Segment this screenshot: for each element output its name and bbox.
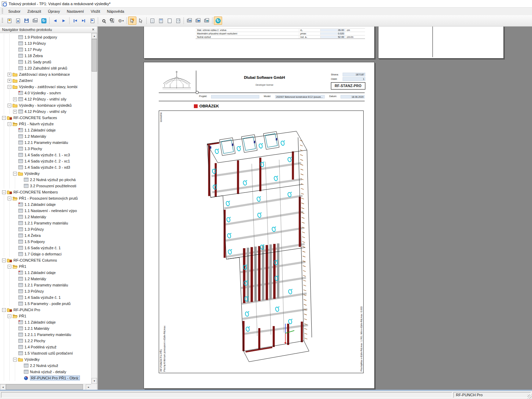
view-continuous-button[interactable] [157, 17, 165, 25]
menu-item-4[interactable]: Vložit [87, 8, 104, 14]
tree-item[interactable]: 1.4 Podélná výztuž [0, 344, 92, 350]
tree-item[interactable]: −PŘ1 [0, 313, 92, 319]
tree-expand-icon[interactable]: + [13, 110, 17, 114]
tree-item[interactable]: 1.4 Sada výztuže č. 3 - xd3 [0, 164, 92, 170]
pointer-mode-button[interactable] [137, 17, 145, 25]
menu-item-5[interactable]: Nápověda [104, 8, 128, 14]
goto-page-button[interactable]: ▶ [88, 17, 96, 25]
open-protocol-button[interactable] [14, 17, 22, 25]
menu-item-2[interactable]: Úpravy [44, 8, 63, 14]
tree-collapse-icon[interactable]: − [2, 259, 6, 262]
tree-item[interactable]: −RF-PUNCH Pro [0, 307, 92, 313]
export-pdf-button[interactable]: ▼ [185, 17, 194, 25]
tree-item[interactable]: 1.17 Pruty [0, 46, 92, 53]
last-page-button[interactable]: ▶ [80, 17, 88, 25]
tree-collapse-icon[interactable]: − [2, 116, 6, 120]
tree-item[interactable]: RF-PUNCH Pro PŘ1 - Obrá: [0, 375, 92, 381]
tree-item[interactable]: −PŘ1 [0, 263, 92, 270]
tree-item[interactable]: 1.1 Základní údaje [0, 127, 92, 133]
view-facing-button[interactable] [165, 17, 174, 25]
tree-item[interactable]: 1.18 Žebra [0, 53, 92, 59]
vertical-scroll-thumb[interactable] [92, 39, 97, 72]
tree-item[interactable]: 1.9 Plošné podpory [0, 34, 92, 40]
tree-item[interactable]: 1.2 Materiály [0, 276, 92, 282]
tree-expand-icon[interactable]: + [8, 79, 11, 83]
menu-item-1[interactable]: Zobrazit [24, 8, 44, 14]
tree-expand-icon[interactable]: + [8, 73, 11, 76]
tree-item[interactable]: Nutná výztuž - detaily [0, 369, 92, 375]
find-in-page-button[interactable] [108, 17, 116, 25]
tree-item[interactable]: −Výsledky [0, 356, 92, 363]
print-button[interactable] [31, 17, 39, 25]
tree-item[interactable]: 1.4 Sada výztuže č. 1 [0, 294, 92, 301]
tree-collapse-icon[interactable]: − [8, 265, 11, 269]
tree-collapse-icon[interactable]: − [13, 172, 17, 176]
tree-item[interactable]: −Výsledky - zatěžovací stavy, kombi [0, 84, 92, 90]
tree-item[interactable]: 1.21 Sady prutů [0, 59, 92, 65]
tree-item[interactable]: 1.3 Plochy [0, 146, 92, 152]
tree-item[interactable]: 1.4 Sada výztuže č. 1 - xc3 [0, 152, 92, 158]
scroll-right-icon[interactable]: ► [86, 384, 92, 390]
tree-collapse-icon[interactable]: − [8, 104, 11, 107]
tree-item[interactable]: +Zatěžovací stavy a kombinace [0, 71, 92, 77]
resize-grip[interactable] [528, 395, 532, 399]
tree-item[interactable]: 1.5 Podpory [0, 239, 92, 245]
tree-collapse-icon[interactable]: − [8, 314, 11, 318]
tree-item[interactable]: 1.3 Průřezy [0, 226, 92, 232]
tree-item[interactable]: −Výsledky - kombinace výsledků [0, 102, 92, 108]
new-protocol-button[interactable] [5, 17, 13, 25]
tree-collapse-icon[interactable]: − [8, 197, 11, 200]
tree-item[interactable]: 1.4 Sada výztuže č. 2 - xc1 [0, 158, 92, 164]
menu-item-0[interactable]: Soubor [5, 8, 24, 14]
select-mode-button[interactable] [128, 17, 136, 25]
next-page-button[interactable]: ▶ [60, 17, 68, 25]
tree-collapse-icon[interactable]: − [2, 190, 6, 194]
tree-item[interactable]: 2.2 Nutná výztuž po plochá [0, 177, 92, 183]
find-button[interactable] [100, 17, 108, 25]
tree-item[interactable]: 1.2 Materiály [0, 133, 92, 139]
navigator-vertical-scrollbar[interactable]: ▲ ▼ [91, 33, 97, 384]
tree-expand-icon[interactable]: + [13, 97, 17, 101]
tree-item[interactable]: 1.4 Žebra [0, 232, 92, 239]
horizontal-scroll-thumb[interactable] [6, 384, 83, 390]
menu-item-3[interactable]: Nastavení [63, 8, 87, 14]
tree-collapse-icon[interactable]: − [13, 358, 17, 361]
tree-item[interactable]: 1.1 Základní údaje [0, 319, 92, 325]
tree-item[interactable]: 1.3 Průřezy [0, 288, 92, 294]
tree-item[interactable]: 1.2.2 Plochy [0, 338, 92, 344]
save-button[interactable] [22, 17, 31, 25]
tree-item[interactable]: +Zatížení [0, 77, 92, 84]
tree-item[interactable]: −RF-CONCRETE Columns [0, 257, 92, 263]
tree-item[interactable]: 1.2.1 Parametry materiálu [0, 139, 92, 146]
refresh-button[interactable]: ↻ [40, 17, 48, 25]
tree-item[interactable]: 1.2.1 Parametry materiálu [0, 220, 92, 226]
tree-item[interactable]: −Výsledky [0, 170, 92, 177]
tree-item[interactable]: +4.12 Průřezy - vnitřní síly [0, 96, 92, 102]
first-page-button[interactable]: ◀ [71, 17, 79, 25]
view-single-page-button[interactable] [148, 17, 156, 25]
tree-item[interactable]: 1.2.1.1 Parametry materiálu [0, 332, 92, 338]
tree-collapse-icon[interactable]: − [2, 308, 6, 312]
tree-item[interactable]: 4.0 Výsledky - souhrn [0, 90, 92, 96]
tree-item[interactable]: 1.7 Údaje o deformaci [0, 251, 92, 257]
send-printer-button[interactable]: ▶ [194, 17, 202, 25]
tree-item[interactable]: 1.1 Základní údaje [0, 270, 92, 276]
tree-item[interactable]: −RF-CONCRETE Members [0, 189, 92, 195]
close-icon[interactable]: × [91, 27, 95, 32]
tree-item[interactable]: 1.6 Sada výztuže č. 1 [0, 245, 92, 251]
tree-item[interactable]: 1.5 Parametry - podle prutů [0, 301, 92, 307]
scroll-down-icon[interactable]: ▼ [92, 378, 97, 384]
tree-item[interactable]: −RF-CONCRETE Surfaces [0, 115, 92, 121]
tree-item[interactable]: 1.2.1 Parametry materiálu [0, 282, 92, 288]
tree-item[interactable]: 1.2 Materiály [0, 214, 92, 220]
display-settings-button[interactable]: ⚙▾ [117, 17, 125, 25]
tree-item[interactable]: +4.12 Průřezy - vnitřní síly [0, 108, 92, 115]
print-preview-area[interactable]: Stat. účinná výška 2. vrstvad₂26.00cmMax… [98, 27, 532, 390]
update-view-button[interactable]: ↻ [214, 17, 222, 25]
tree-item[interactable]: 1.5 Vlastnosti uzlů protlačení [0, 350, 92, 356]
tree-item[interactable]: 1.2.1 Materiály [0, 325, 92, 332]
navigator-horizontal-scrollbar[interactable]: ◄ ► [0, 384, 92, 390]
tree-item[interactable]: 1.13 Průřezy [0, 40, 92, 46]
tree-collapse-icon[interactable]: − [8, 122, 11, 126]
view-thumbnails-button[interactable] [174, 17, 182, 25]
